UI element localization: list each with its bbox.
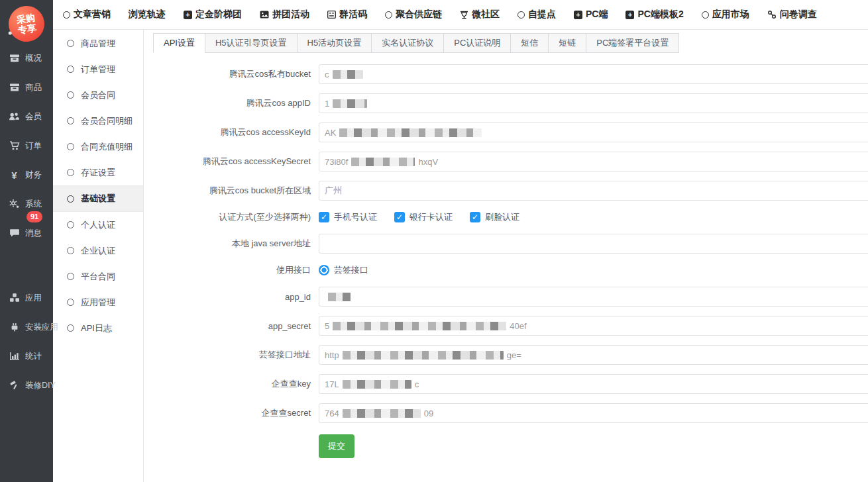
brand-logo[interactable]: 采购 专享 — [7, 4, 47, 44]
local-java-server-input[interactable] — [319, 234, 868, 254]
nav-item-label: 浏览轨迹 — [129, 9, 166, 21]
nav-item-article-marketing[interactable]: 文章营销 — [63, 9, 111, 21]
submenu-item-personal-auth[interactable]: 个人认证 — [53, 212, 143, 238]
sidebar-item-products[interactable]: 商品 — [0, 73, 53, 102]
cos-bucket-region-input[interactable]: 广州 — [319, 181, 868, 201]
value-prefix: c — [325, 70, 329, 79]
redacted-value — [333, 322, 506, 330]
nav-item-label: 应用市场 — [712, 9, 749, 21]
tab-api-settings[interactable]: API设置 — [153, 33, 205, 53]
checked-checkbox-icon[interactable] — [319, 212, 329, 222]
tab-pc-auth-info[interactable]: PC认证说明 — [443, 33, 511, 53]
tab-h5-activity[interactable]: H5活动页设置 — [297, 33, 372, 53]
sidebar-item-overview[interactable]: 概况 — [0, 44, 53, 73]
checkbox-option-face-auth[interactable]: 刷脸认证 — [470, 211, 519, 223]
sidebar-item-statistics[interactable]: 统计 — [0, 342, 53, 371]
nav-item-pc-template2[interactable]: + PC端模板2 — [625, 9, 683, 21]
submenu-item-member-contract-detail[interactable]: 会员合同明细 — [53, 108, 143, 134]
nav-item-browse-track[interactable]: 浏览轨迹 — [129, 9, 166, 21]
tab-h5-auth-guide[interactable]: H5认证引导页设置 — [205, 33, 298, 53]
nav-item-supply-chain[interactable]: 聚合供应链 — [385, 9, 442, 21]
submit-button[interactable]: 提交 — [319, 434, 354, 458]
nav-item-survey[interactable]: 问卷调查 — [767, 9, 817, 21]
selected-radio-icon[interactable] — [319, 265, 329, 275]
cos-access-key-secret-input[interactable]: 73i80f hxqV — [319, 152, 868, 171]
value-suffix: 09 — [424, 409, 433, 418]
nav-item-label: 拼团活动 — [272, 9, 309, 21]
form-row-cos-bucket-region: 腾讯云cos bucket所在区域 广州 — [153, 181, 868, 201]
nav-item-app-market[interactable]: 应用市场 — [702, 9, 749, 21]
value-prefix: 73i80f — [325, 157, 348, 167]
tab-pc-sign-platform[interactable]: PC端签署平台设置 — [586, 33, 679, 53]
redacted-value — [328, 293, 351, 301]
sidebar-item-messages[interactable]: 91 消息 — [0, 218, 53, 248]
sidebar-item-members[interactable]: 会员 — [0, 102, 53, 131]
tab-realname-agreement[interactable]: 实名认证协议 — [371, 33, 444, 53]
qr-frame-icon — [327, 11, 336, 19]
qcc-secret-input[interactable]: 764 09 — [319, 403, 868, 423]
tab-short-link[interactable]: 短链 — [548, 33, 586, 53]
checkbox-option-phone-auth[interactable]: 手机号认证 — [319, 211, 377, 223]
logo-text-line2: 专享 — [17, 23, 37, 36]
form-row-cos-private-bucket: 腾讯云cos私有bucket c — [153, 64, 868, 84]
submenu-item-label: 基础设置 — [81, 193, 115, 205]
sidebar-item-label: 概况 — [25, 53, 42, 64]
cos-appid-input[interactable]: 1 — [319, 93, 868, 113]
nav-item-pc-site[interactable]: + PC端 — [574, 9, 608, 21]
yunqian-api-url-input[interactable]: http ge= — [319, 345, 868, 365]
radio-option-yunqian-interface[interactable]: 芸签接口 — [319, 264, 368, 276]
submenu-item-label: 企业认证 — [81, 245, 115, 257]
submenu-item-order-mgmt[interactable]: 订单管理 — [53, 56, 143, 82]
cos-access-key-id-input[interactable]: AK — [319, 122, 868, 142]
field-label: 腾讯云cos私有bucket — [153, 68, 319, 80]
field-label: app_secret — [153, 321, 319, 331]
checkbox-label: 银行卡认证 — [409, 211, 453, 223]
submenu-item-member-contract[interactable]: 会员合同 — [53, 82, 143, 108]
submenu-item-basic-settings[interactable]: 基础设置 — [53, 185, 143, 212]
checked-checkbox-icon[interactable] — [394, 212, 405, 222]
circle-icon — [702, 11, 709, 19]
submenu-item-api-log[interactable]: API日志 — [53, 315, 143, 341]
sidebar-item-finance[interactable]: ¥ 财务 — [0, 160, 53, 189]
nav-item-deposit-ladder-group[interactable]: + 定金阶梯团 — [184, 9, 242, 21]
logo-spark-decoration — [8, 31, 12, 35]
nav-item-group-qr[interactable]: 群活码 — [327, 9, 367, 21]
circle-icon — [67, 40, 74, 47]
app-id-input[interactable] — [319, 287, 868, 307]
plus-square-icon: + — [184, 11, 192, 19]
redacted-value — [343, 409, 421, 418]
qcc-key-input[interactable]: 17L c — [319, 374, 868, 394]
submenu-item-platform-contract[interactable]: 平台合同 — [53, 264, 143, 289]
redacted-value — [333, 99, 367, 108]
nav-item-label: 群活码 — [339, 9, 367, 21]
field-label: 腾讯云cos accessKeySecret — [153, 156, 319, 168]
form-row-cos-access-key-id: 腾讯云cos accessKeyId AK — [153, 122, 868, 142]
app-secret-input[interactable]: 5 40ef — [319, 316, 868, 336]
form-row-yunqian-api-url: 芸签接口地址 http ge= — [153, 345, 868, 365]
form-row-qcc-secret: 企查查secret 764 09 — [153, 403, 868, 423]
cos-private-bucket-input[interactable]: c — [319, 64, 868, 84]
sidebar-item-orders[interactable]: 订单 — [0, 131, 53, 160]
checkbox-option-bankcard-auth[interactable]: 银行卡认证 — [394, 211, 453, 223]
form-row-cos-access-key-secret: 腾讯云cos accessKeySecret 73i80f hxqV — [153, 152, 868, 171]
nav-item-pickup-point[interactable]: 自提点 — [517, 9, 556, 21]
tab-sms[interactable]: 短信 — [510, 33, 549, 53]
radio-label: 芸签接口 — [334, 264, 368, 276]
checked-checkbox-icon[interactable] — [470, 212, 480, 222]
redacted-value — [343, 380, 411, 389]
submenu-item-evidence-settings[interactable]: 存证设置 — [53, 160, 143, 185]
form-row-submit: 提交 — [153, 432, 868, 458]
archive-icon — [9, 53, 20, 64]
sidebar-item-decorate-diy[interactable]: 装修DIY — [0, 371, 53, 400]
field-label: 腾讯云cos accessKeyId — [153, 126, 319, 138]
sidebar-item-label: 统计 — [25, 351, 42, 362]
nav-item-group-buy[interactable]: 拼团活动 — [260, 9, 309, 21]
main-column: 文章营销 浏览轨迹 + 定金阶梯团 拼团活动 群活码 — [53, 0, 868, 482]
submenu-item-contract-recharge-detail[interactable]: 合同充值明细 — [53, 134, 143, 160]
sidebar-item-install-apps[interactable]: 安装应用 — [0, 313, 53, 342]
submenu-item-product-mgmt[interactable]: 商品管理 — [53, 30, 143, 56]
submenu-item-enterprise-auth[interactable]: 企业认证 — [53, 238, 143, 264]
sidebar-item-apps[interactable]: 应用 — [0, 283, 53, 313]
nav-item-micro-community[interactable]: 微社区 — [460, 9, 500, 21]
submenu-item-app-mgmt[interactable]: 应用管理 — [53, 289, 143, 315]
